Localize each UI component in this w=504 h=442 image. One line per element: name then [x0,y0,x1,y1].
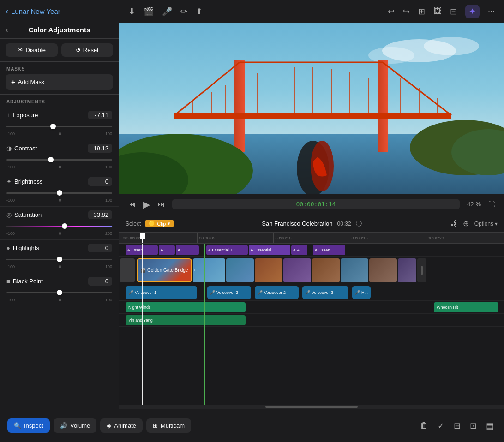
video-clip-3[interactable] [226,258,254,282]
voiceover-clip-3[interactable]: 🎤Voiceover 2 [255,286,299,299]
playback-bar: ⏮ ▶ ⏭ 00:00:01:14 42 % ⛶ [119,194,504,215]
exposure-max-label: 100 [105,131,112,136]
masks-section-label: MASKS [0,62,119,74]
title-clips-row: AEssen... AE... AE... AEssential T... AE… [119,244,504,257]
grid-icon[interactable]: ⊞ [418,6,425,17]
fullscreen-button[interactable]: ⛶ [488,201,495,208]
undo-icon[interactable]: ↩ [388,6,395,17]
volume-button[interactable]: 🔊 Volume [54,418,96,433]
color-adj-title: Color Adjustments [29,26,90,34]
add-mask-button[interactable]: + Add Mask [6,74,113,90]
saturation-min-label: -100 [6,231,15,236]
voiceover-clip-4[interactable]: 🎤Voiceover 3 [302,286,348,299]
title-clip-6[interactable]: AEssen... [313,245,345,255]
video-clip-2[interactable]: P... [193,258,225,282]
saturation-slider[interactable] [6,221,112,231]
highlights-slider[interactable] [6,255,112,264]
inspect-button[interactable]: 🔍 Inspect [7,418,50,433]
exposure-zero-label: 0 [59,131,61,136]
exposure-slider[interactable] [6,122,112,131]
exposure-min-label: -100 [6,131,15,136]
share-icon[interactable]: ⬆ [196,6,203,17]
mic-icon[interactable]: 🎤 [162,6,172,17]
title-clip-icon: A [127,248,130,252]
video-clip-8[interactable] [369,258,397,282]
more-icon[interactable]: ··· [488,6,495,16]
title-clip-icon: A [251,248,253,252]
info-button[interactable]: ⓘ [356,220,362,228]
play-button[interactable]: ▶ [143,199,150,210]
timeline-clip-icon[interactable]: ⊕ [463,219,469,228]
redo-icon[interactable]: ↪ [403,6,410,17]
delete-button[interactable]: 🗑 [417,418,431,433]
title-clip-3[interactable]: AEssential T... [206,245,248,255]
saturation-value[interactable]: 33.82 [88,210,112,219]
playhead-handle[interactable] [140,233,145,239]
black-point-icon: ■ [6,278,10,285]
export-icon[interactable]: ⬇ [128,6,135,17]
add-mask-label: Add Mask [18,78,45,85]
video-clip-4[interactable] [255,258,282,282]
horizontal-scrollbar[interactable] [119,405,504,409]
camera-icon[interactable]: 🎬 [144,6,154,17]
black-point-value[interactable]: 0 [88,277,112,286]
check-button[interactable]: ✓ [435,418,447,434]
music-clip-1[interactable]: Night Winds [126,302,246,312]
title-clip-4[interactable]: AEssential... [249,245,290,255]
back-button[interactable]: ‹ [6,6,8,16]
split-button[interactable]: ⊟ [451,418,463,434]
exposure-value[interactable]: -7.11 [88,111,112,119]
multicam-button[interactable]: ⊞ Multicam [146,418,191,433]
title-clip-icon: A [315,248,317,252]
timeline-link-icon[interactable]: ⛓ [450,220,457,228]
video-clip-5[interactable] [283,258,311,282]
contrast-slider[interactable] [6,155,112,164]
svg-point-2 [424,37,479,55]
color-adj-back-button[interactable]: ‹ [6,26,8,34]
black-point-label: Black Point [13,278,43,285]
trim-button[interactable]: ⊡ [467,418,480,434]
voiceover-clip-5[interactable]: 🎤H... [352,286,371,299]
highlights-value[interactable]: 0 [88,244,112,252]
saturation-zero-label: 0 [59,231,61,236]
contrast-zero-label: 0 [59,165,61,169]
music-row-1: Night Winds Whoosh Hit [119,301,504,314]
title-clip-5[interactable]: AA... [291,245,307,255]
voiceover-clip-2[interactable]: 🎤Voiceover 2 [207,286,251,299]
animate-button[interactable]: ◈ Animate [100,418,143,433]
exposure-adjustment: + Exposure -7.11 -100 0 100 [0,107,119,140]
overlay-icon[interactable]: ⊟ [450,6,457,17]
yin-yang-clip[interactable]: Yin and Yang [126,315,246,325]
voiceover-clip-1[interactable]: 🎤Voiceover 1 [126,286,197,299]
music-clip-2[interactable]: Whoosh Hit [434,302,498,312]
title-clip-1[interactable]: AE... [159,245,175,255]
brightness-label: Brightness [14,178,42,185]
reset-button[interactable]: ↺ Reset [61,43,114,57]
brightness-value[interactable]: 0 [88,177,112,186]
eye-icon: 👁 [18,47,24,54]
select-label: Select [126,221,141,227]
photo-icon[interactable]: 🖼 [433,6,442,16]
timeline-tracks[interactable]: AEssen... AE... AE... AEssential T... AE… [119,244,504,405]
main-video-clip[interactable]: 🎬 Golden Gate Bridge [137,258,192,282]
pen-icon[interactable]: ✏ [180,6,187,17]
scrollbar-thumb[interactable] [265,406,358,408]
video-clip-7[interactable] [341,258,368,282]
brightness-slider[interactable] [6,188,112,197]
black-point-slider[interactable] [6,288,112,297]
voiceover-row: 🎤Voiceover 1 🎤Voiceover 2 🎤Voiceover 2 🎤… [119,284,504,301]
audio-button[interactable]: ▤ [483,418,497,434]
prev-frame-button[interactable]: ⏮ [128,200,136,209]
title-clip-icon: A [208,248,210,252]
left-panel: ‹ Lunar New Year ‹ Color Adjustments 👁 D… [0,0,119,442]
title-clip-2[interactable]: AE... [176,245,199,255]
options-button[interactable]: Options ▾ [474,221,498,227]
multicam-icon: ⊞ [153,422,158,429]
next-frame-button[interactable]: ⏭ [157,200,165,209]
video-clip-6[interactable] [312,258,340,282]
contrast-value[interactable]: -19.12 [88,144,112,153]
disable-button[interactable]: 👁 Disable [6,43,58,57]
title-clip-0[interactable]: AEssen... [126,245,158,255]
magic-icon[interactable]: ✦ [465,5,480,18]
video-clip-9[interactable] [398,258,416,282]
